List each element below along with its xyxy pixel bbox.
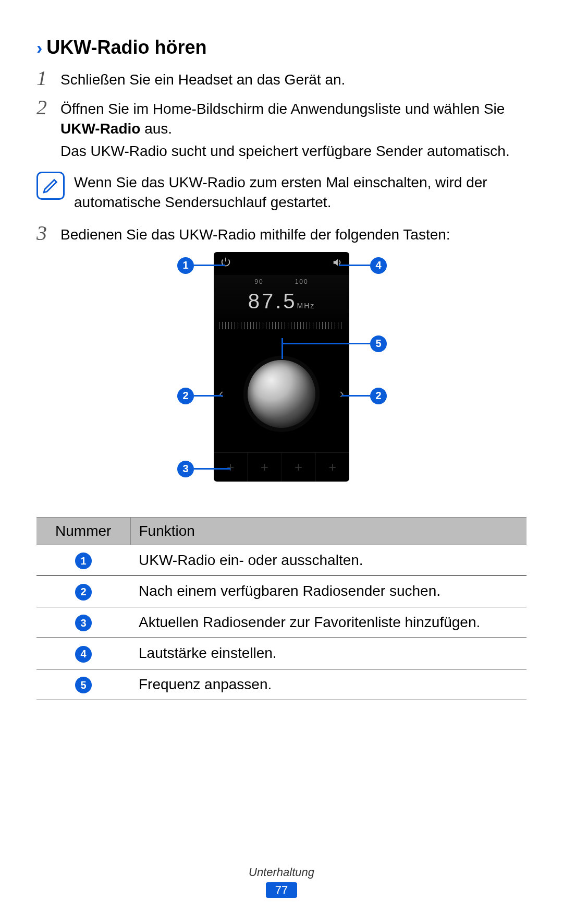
callout-badge: 1 — [177, 257, 194, 274]
step-1: 1 Schließen Sie ein Headset an das Gerät… — [36, 68, 527, 90]
callout-3: 3 — [177, 461, 230, 477]
row-function: UKW-Radio ein- oder ausschalten. — [130, 545, 527, 576]
step-text: Schließen Sie ein Headset an das Gerät a… — [60, 68, 345, 90]
scale-value: 90 — [254, 278, 263, 285]
step-3: 3 Bedienen Sie das UKW-Radio mithilfe de… — [36, 223, 527, 245]
step-text: Bedienen Sie das UKW-Radio mithilfe der … — [60, 223, 450, 245]
callout-4: 4 — [339, 257, 387, 274]
step-text-bold: UKW-Radio — [60, 121, 140, 137]
callout-2-right: 2 — [341, 388, 387, 404]
callout-badge: 2 — [370, 388, 387, 404]
page-number-badge: 77 — [266, 882, 297, 898]
scale-value: 100 — [295, 278, 309, 285]
note: Wenn Sie das UKW-Radio zum ersten Mal ei… — [36, 172, 527, 212]
callout-2-left: 2 — [177, 388, 223, 404]
section-heading: UKW-Radio hören — [46, 37, 206, 58]
step-2: 2 Öffnen Sie im Home-Bildschirm die Anwe… — [36, 97, 527, 164]
chevron-icon: › — [36, 38, 42, 58]
frequency-value: 87.5 — [248, 290, 297, 313]
step-text-part: Das UKW-Radio sucht und speichert verfüg… — [60, 141, 527, 161]
callout-badge: 4 — [370, 257, 387, 274]
tuning-dial — [248, 360, 315, 428]
favorite-slot: + — [282, 453, 316, 482]
row-function: Lautstärke einstellen. — [130, 638, 527, 669]
footer-section-label: Unterhaltung — [0, 866, 563, 879]
step-number: 2 — [36, 97, 60, 164]
table-row: 1 UKW-Radio ein- oder ausschalten. — [36, 545, 527, 576]
table-header-number: Nummer — [36, 517, 130, 545]
row-function: Nach einem verfügbaren Radiosender suche… — [130, 576, 527, 607]
row-badge: 1 — [75, 553, 92, 569]
favorite-slot: + — [316, 453, 349, 482]
step-text-part: Öffnen Sie im Home-Bildschirm die Anwend… — [60, 101, 505, 117]
frequency-unit: MHz — [297, 302, 315, 310]
phone-mock: 90 100 87.5MHz ‹ › + + + + — [214, 252, 349, 482]
table-row: 5 Frequenz anpassen. — [36, 669, 527, 700]
favorite-slot: + — [248, 453, 282, 482]
favorites-bar: + + + + — [214, 452, 349, 482]
step-number: 1 — [36, 68, 60, 90]
row-function: Aktuellen Radiosender zur Favoritenliste… — [130, 607, 527, 638]
callout-5-line: 5 — [282, 335, 387, 352]
row-badge: 5 — [75, 677, 92, 693]
row-badge: 4 — [75, 646, 92, 663]
table-row: 3 Aktuellen Radiosender zur Favoritenlis… — [36, 607, 527, 638]
radio-diagram: 90 100 87.5MHz ‹ › + + + + 1 — [36, 252, 527, 502]
step-number: 3 — [36, 223, 60, 245]
callout-badge: 5 — [370, 335, 387, 352]
row-badge: 2 — [75, 584, 92, 601]
page-footer: Unterhaltung 77 — [0, 866, 563, 898]
callout-badge: 2 — [177, 388, 194, 404]
table-row: 2 Nach einem verfügbaren Radiosender suc… — [36, 576, 527, 607]
note-icon — [36, 172, 65, 200]
note-text: Wenn Sie das UKW-Radio zum ersten Mal ei… — [74, 172, 527, 212]
section-heading-row: › UKW-Radio hören — [36, 37, 527, 58]
table-row: 4 Lautstärke einstellen. — [36, 638, 527, 669]
row-badge: 3 — [75, 615, 92, 631]
callout-1: 1 — [177, 257, 225, 274]
callout-badge: 3 — [177, 461, 194, 477]
step-text: Öffnen Sie im Home-Bildschirm die Anwend… — [60, 97, 527, 164]
row-function: Frequenz anpassen. — [130, 669, 527, 700]
function-table: Nummer Funktion 1 UKW-Radio ein- oder au… — [36, 517, 527, 701]
scale-ticks — [219, 322, 344, 329]
table-header-function: Funktion — [130, 517, 527, 545]
step-text-part: aus. — [140, 121, 172, 137]
